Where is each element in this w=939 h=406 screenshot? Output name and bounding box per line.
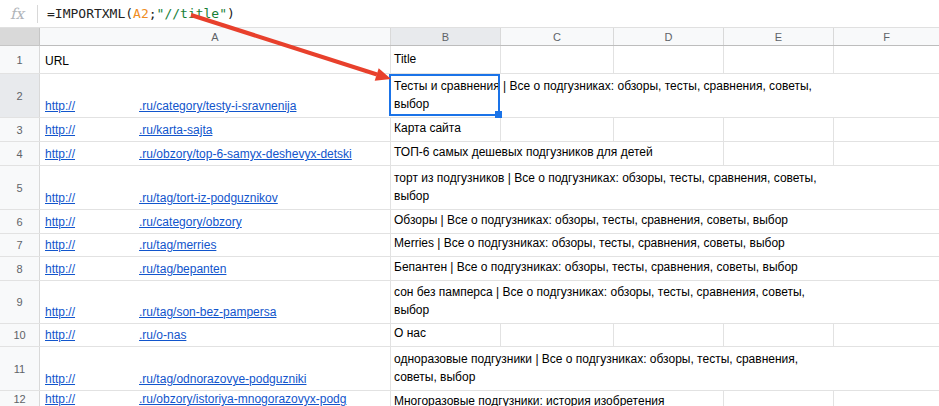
gridline: [390, 257, 391, 280]
url-path: .ru/o-nas: [139, 328, 186, 342]
cell-b3[interactable]: Карта сайта: [394, 119, 461, 137]
url-prefix: http://: [45, 305, 75, 319]
gridline: [390, 142, 391, 165]
url-prefix: http://: [45, 238, 75, 252]
masked-domain: [75, 315, 139, 316]
url-path: .ru/tag/tort-iz-podguznikov: [139, 191, 278, 205]
gridline: [723, 324, 724, 346]
masked-domain: [75, 248, 139, 249]
cell-a3[interactable]: http://.ru/karta-sajta: [45, 123, 212, 137]
gridline: [390, 46, 391, 73]
url-prefix: http://: [45, 99, 75, 113]
gridline: [390, 118, 391, 141]
cell-b6[interactable]: Обзоры | Все о подгузниках: обзоры, тест…: [394, 211, 788, 229]
masked-domain: [75, 272, 139, 273]
formula-xpath-string: "//title": [157, 6, 227, 21]
gridline: [833, 46, 834, 73]
row-header-7[interactable]: 7: [0, 234, 40, 256]
column-header-d[interactable]: D: [613, 28, 723, 45]
formula-input[interactable]: =IMPORTXML(A2;"//title"): [47, 6, 235, 21]
gridline: [723, 118, 724, 141]
cell-a6[interactable]: http://.ru/category/obzory: [45, 215, 242, 229]
sheet-row-11: 11 http://.ru/tag/odnorazovye-podguzniki…: [0, 347, 939, 391]
cell-a9[interactable]: http://.ru/tag/son-bez-pampersa: [45, 305, 276, 319]
cell-a1[interactable]: URL: [45, 54, 69, 68]
masked-domain: [75, 402, 139, 403]
gridline: [833, 142, 834, 165]
url-path: .ru/tag/bepanten: [139, 262, 226, 276]
cell-b2[interactable]: Тесты и сравнения | Все о подгузниках: о…: [394, 77, 812, 113]
column-header-a[interactable]: A: [40, 28, 390, 45]
sheet-row-9: 9 http://.ru/tag/son-bez-pampersa сон бе…: [0, 281, 939, 324]
row-header-9[interactable]: 9: [0, 281, 40, 323]
cell-b8[interactable]: Бепантен | Все о подгузниках: обзоры, те…: [394, 258, 798, 276]
cell-b7[interactable]: Merries | Все о подгузниках: обзоры, тес…: [394, 234, 785, 252]
formula-separator: ;: [149, 6, 157, 21]
row-header-4[interactable]: 4: [0, 142, 40, 165]
url-path: .ru/tag/son-bez-pampersa: [139, 305, 276, 319]
row-header-8[interactable]: 8: [0, 257, 40, 280]
cell-a5[interactable]: http://.ru/tag/tort-iz-podguznikov: [45, 191, 278, 205]
cell-b9[interactable]: сон без памперса | Все о подгузниках: об…: [394, 283, 805, 319]
cell-a7[interactable]: http://.ru/tag/merries: [45, 238, 216, 252]
row-header-3[interactable]: 3: [0, 118, 40, 141]
cell-b10[interactable]: О нас: [394, 324, 426, 342]
gridline: [390, 166, 391, 209]
gridline: [723, 391, 724, 406]
url-path: .ru/category/obzory: [139, 215, 242, 229]
url-path: .ru/obzory/istoriya-mnogorazovyx-podg: [139, 392, 346, 406]
url-prefix: http://: [45, 147, 75, 161]
cell-b1[interactable]: Title: [394, 50, 416, 68]
column-header-f[interactable]: F: [833, 28, 939, 45]
sheet-grid: 1 URL Title 2 http://.ru/category/testy-…: [0, 46, 939, 406]
gridline: [500, 46, 501, 73]
cell-a12[interactable]: http://.ru/obzory/istoriya-mnogorazovyx-…: [45, 392, 389, 406]
url-prefix: http://: [45, 123, 75, 137]
formula-close-paren: ): [227, 6, 235, 21]
cell-b12[interactable]: Многоразовые подгузники: история изобрет…: [394, 392, 664, 406]
masked-domain: [75, 133, 139, 134]
row-header-6[interactable]: 6: [0, 210, 40, 233]
gridline: [833, 391, 834, 406]
row-header-11[interactable]: 11: [0, 347, 40, 390]
cell-a2[interactable]: http://.ru/category/testy-i-sravnenija: [45, 99, 296, 113]
cell-b4[interactable]: ТОП-6 самых дешевых подгузников для дете…: [394, 143, 653, 161]
column-header-e[interactable]: E: [723, 28, 833, 45]
row-header-2[interactable]: 2: [0, 74, 40, 117]
gridline: [390, 347, 391, 390]
row-header-10[interactable]: 10: [0, 324, 40, 346]
row-header-1[interactable]: 1: [0, 46, 40, 73]
gridline: [723, 46, 724, 73]
url-prefix: http://: [45, 372, 75, 386]
gridline: [390, 281, 391, 323]
cell-a10[interactable]: http://.ru/o-nas: [45, 328, 186, 342]
select-all-corner[interactable]: [0, 28, 40, 46]
url-path: .ru/karta-sajta: [139, 123, 212, 137]
url-path: .ru/tag/odnorazovye-podguzniki: [139, 372, 306, 386]
url-prefix: http://: [45, 215, 75, 229]
gridline: [613, 118, 614, 141]
cell-a8[interactable]: http://.ru/tag/bepanten: [45, 262, 226, 276]
column-header-c[interactable]: C: [500, 28, 613, 45]
gridline: [500, 118, 501, 141]
formula-bar-divider: [37, 5, 38, 23]
sheet-row-8: 8 http://.ru/tag/bepanten Бепантен | Все…: [0, 257, 939, 281]
sheet-row-5: 5 http://.ru/tag/tort-iz-podguznikov тор…: [0, 166, 939, 210]
url-path: .ru/category/testy-i-sravnenija: [139, 99, 296, 113]
sheet-row-12: 12 . . . . http://.ru/obzory/istoriya-mn…: [0, 391, 939, 406]
formula-range-ref: A2: [133, 6, 149, 21]
sheet-row-2: 2 http://.ru/category/testy-i-sravnenija…: [0, 74, 939, 118]
gridline: [500, 324, 501, 346]
gridline: [723, 142, 724, 165]
cell-b11[interactable]: одноразовые подгузники | Все о подгузник…: [394, 350, 798, 386]
spreadsheet-app: fx =IMPORTXML(A2;"//title") A B C D E F …: [0, 0, 939, 406]
cell-b5[interactable]: торт из подгузников | Все о подгузниках:…: [394, 169, 817, 205]
cell-a11[interactable]: http://.ru/tag/odnorazovye-podguzniki: [45, 372, 306, 386]
fx-icon: fx: [0, 5, 34, 23]
fill-handle[interactable]: [495, 111, 502, 118]
cell-a4[interactable]: http://.ru/obzory/top-6-samyx-deshevyx-d…: [45, 147, 389, 161]
row-header-12[interactable]: 12: [0, 391, 40, 406]
column-header-b[interactable]: B: [390, 28, 500, 45]
row-header-5[interactable]: 5: [0, 166, 40, 209]
masked-domain: [75, 225, 139, 226]
